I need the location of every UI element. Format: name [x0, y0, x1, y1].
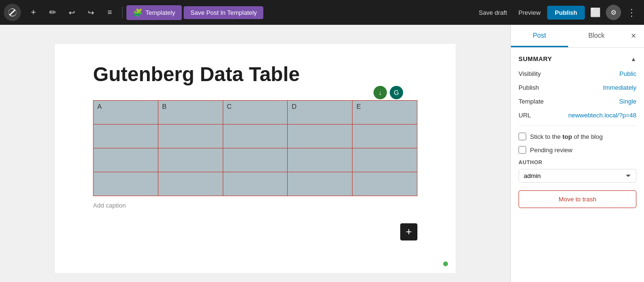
panel-tabs: Post Block ×: [511, 25, 644, 48]
table-cell[interactable]: [353, 172, 417, 196]
add-caption[interactable]: Add caption: [93, 202, 417, 209]
publish-row: Publish Immediately: [519, 84, 636, 91]
gutenberg-table: A B C D E: [93, 100, 417, 196]
add-block-button[interactable]: +: [400, 223, 417, 240]
panel-body: Summary ▲ Visibility Public Publish Imme…: [511, 48, 644, 282]
table-cell[interactable]: [223, 148, 288, 172]
tab-post[interactable]: Post: [511, 25, 568, 47]
table-cell[interactable]: [288, 172, 353, 196]
visibility-row: Visibility Public: [519, 70, 636, 77]
preview-button[interactable]: Preview: [514, 6, 545, 19]
stick-to-top-text-before: Stick to the: [530, 133, 562, 140]
stick-to-top-text-after: of the blog: [572, 133, 602, 140]
pending-review-row: Pending review: [519, 146, 636, 154]
stick-to-top-checkbox[interactable]: [519, 133, 526, 140]
add-block-area: +: [93, 223, 417, 240]
summary-header: Summary ▲: [519, 55, 636, 63]
panel-divider: [519, 125, 636, 126]
title-icons: ↓ G: [374, 86, 403, 99]
summary-title: Summary: [519, 55, 552, 63]
table-cell[interactable]: [158, 172, 223, 196]
visibility-value[interactable]: Public: [620, 70, 636, 77]
table-row: [93, 172, 417, 196]
table-header-d[interactable]: D: [288, 101, 353, 125]
more-options-button[interactable]: ⋮: [623, 4, 640, 21]
templately-icon: 🧩: [133, 8, 143, 17]
table-header-row: A B C D E: [93, 101, 417, 125]
author-section: AUTHOR admin: [519, 159, 636, 183]
post-title[interactable]: Gutenberg Data Table: [93, 63, 417, 86]
table-row: [93, 148, 417, 172]
table-header-c[interactable]: C: [223, 101, 288, 125]
editor-canvas: Gutenberg Data Table ↓ G A B: [55, 44, 456, 273]
summary-chevron-icon[interactable]: ▲: [631, 56, 636, 63]
author-select[interactable]: admin: [519, 169, 636, 183]
table-block: A B C D E: [93, 100, 417, 209]
publish-value[interactable]: Immediately: [603, 84, 636, 91]
wp-logo[interactable]: [4, 4, 21, 21]
edit-tool-button[interactable]: ✏: [44, 4, 61, 21]
url-row: URL newwebtech.local/?p=48: [519, 112, 636, 119]
template-label: Template: [519, 98, 544, 105]
pending-review-label: Pending review: [530, 146, 572, 154]
save-templately-label: Save Post In Templately: [190, 9, 257, 16]
table-cell[interactable]: [353, 148, 417, 172]
table-row: [93, 125, 417, 148]
close-panel-button[interactable]: ×: [625, 28, 642, 45]
table-cell[interactable]: [353, 125, 417, 148]
right-panel: Post Block × Summary ▲ Visibility Public…: [510, 25, 644, 282]
status-dot: [443, 261, 448, 266]
title-area: Gutenberg Data Table ↓ G: [93, 63, 417, 86]
pending-review-checkbox[interactable]: [519, 146, 526, 154]
table-cell[interactable]: [223, 172, 288, 196]
table-cell[interactable]: [93, 125, 158, 148]
toolbar: + ✏ ↩ ↪ ≡ 🧩 Templately Save Post In Temp…: [0, 0, 644, 25]
grammarly-icon-2[interactable]: G: [390, 86, 403, 99]
table-cell[interactable]: [223, 125, 288, 148]
avatar-icon: ⚙: [611, 9, 617, 16]
stick-to-top-row: Stick to the top of the blog: [519, 133, 636, 140]
author-section-label: AUTHOR: [519, 159, 636, 165]
main-layout: Gutenberg Data Table ↓ G A B: [0, 25, 644, 282]
list-view-button[interactable]: ≡: [101, 4, 118, 21]
stick-to-top-label: Stick to the top of the blog: [530, 133, 602, 140]
table-cell[interactable]: [288, 125, 353, 148]
table-cell[interactable]: [93, 172, 158, 196]
publish-button[interactable]: Publish: [547, 6, 585, 20]
move-to-trash-button[interactable]: Move to trash: [519, 190, 636, 208]
table-cell[interactable]: [158, 148, 223, 172]
stick-to-top-bold: top: [562, 133, 572, 140]
template-value[interactable]: Single: [619, 98, 636, 105]
table-cell[interactable]: [158, 125, 223, 148]
save-draft-button[interactable]: Save draft: [474, 6, 512, 19]
templately-button[interactable]: 🧩 Templately: [126, 5, 182, 20]
view-options-button[interactable]: ⬜: [587, 4, 604, 21]
save-post-templately-button[interactable]: Save Post In Templately: [184, 6, 263, 19]
add-block-icon: +: [406, 226, 412, 238]
table-cell[interactable]: [93, 148, 158, 172]
undo-button[interactable]: ↩: [63, 4, 80, 21]
table-header-a[interactable]: A: [93, 101, 158, 125]
table-header-e[interactable]: E: [353, 101, 417, 125]
template-row: Template Single: [519, 98, 636, 105]
url-label: URL: [519, 112, 531, 119]
user-avatar[interactable]: ⚙: [606, 5, 621, 20]
add-block-toolbar-button[interactable]: +: [25, 4, 42, 21]
publish-label: Publish: [519, 84, 539, 91]
redo-button[interactable]: ↪: [82, 4, 99, 21]
toolbar-separator: [122, 7, 123, 18]
table-header-b[interactable]: B: [158, 101, 223, 125]
url-value[interactable]: newwebtech.local/?p=48: [568, 112, 636, 119]
wp-logo-icon: [8, 8, 17, 17]
editor-area[interactable]: Gutenberg Data Table ↓ G A B: [0, 25, 510, 282]
tab-block[interactable]: Block: [568, 25, 625, 47]
table-body: A B C D E: [93, 101, 417, 196]
templately-label: Templately: [145, 9, 175, 16]
visibility-label: Visibility: [519, 70, 541, 77]
grammarly-icon-1[interactable]: ↓: [374, 86, 387, 99]
table-cell[interactable]: [288, 148, 353, 172]
